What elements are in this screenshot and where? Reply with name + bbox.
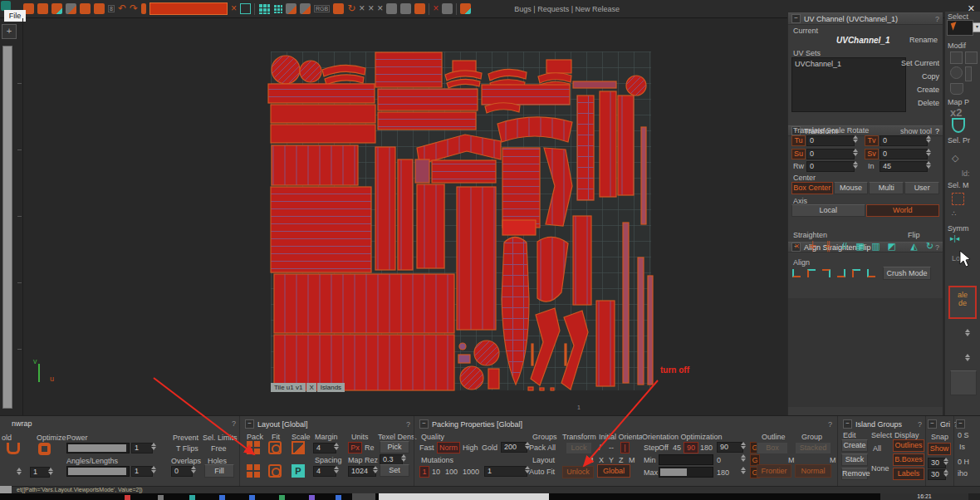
grid-tilt-icon[interactable]: ◩ (884, 239, 899, 252)
angles-slider[interactable] (66, 466, 130, 477)
min-value[interactable]: 0 (717, 456, 721, 464)
stack-group-button[interactable]: Stack (841, 453, 868, 466)
group-m-badge[interactable]: M (830, 456, 836, 464)
stacked-button[interactable]: Stacked (795, 442, 831, 454)
pack2-icon[interactable] (247, 464, 260, 478)
optimize-icon[interactable] (38, 443, 51, 455)
axis-y[interactable]: Y (609, 456, 614, 464)
copy-button[interactable]: Copy (899, 72, 939, 81)
rw-field[interactable]: 0 (806, 161, 855, 172)
sv-field[interactable]: 0 (880, 149, 928, 159)
delete-button[interactable]: Delete (899, 99, 939, 107)
mutation-1000[interactable]: 1000 (463, 468, 479, 476)
taskbar-app-icon[interactable] (279, 495, 285, 500)
pack-icon[interactable] (247, 441, 260, 454)
collapse-icon[interactable]: − (791, 14, 801, 23)
select-all-button[interactable]: All (873, 444, 881, 453)
spinner[interactable] (853, 135, 860, 143)
spinner[interactable] (741, 442, 747, 449)
spacing-value[interactable]: 4 (313, 466, 336, 477)
orient-slash[interactable]: / (599, 444, 601, 452)
straighten-v-icon[interactable]: ╫ (821, 239, 835, 252)
max-slider[interactable] (659, 467, 713, 478)
mutation-1[interactable]: 1 (419, 466, 429, 478)
blank-button[interactable] (950, 370, 977, 395)
straighten-x-icon[interactable]: × (790, 239, 804, 252)
taskbar-app-icon[interactable] (189, 495, 195, 500)
create-button[interactable]: Create (899, 86, 939, 94)
select-tool-box[interactable] (947, 20, 973, 36)
lock-button[interactable]: Lock (566, 442, 592, 454)
outline-box-button[interactable]: Box (757, 442, 788, 454)
re-units-button[interactable]: Re (365, 444, 375, 452)
align-center-h-icon[interactable] (805, 267, 817, 279)
taskbar-active-app[interactable] (352, 493, 375, 500)
dots-icon[interactable] (965, 51, 978, 64)
layout-button[interactable]: Layout (532, 456, 555, 464)
box-center-button[interactable]: Box Center (791, 182, 833, 194)
grid-align2-icon[interactable]: ▥ (869, 239, 883, 252)
align-right-icon[interactable] (820, 267, 832, 279)
step-value[interactable]: 90 (717, 442, 743, 453)
collapse-icon[interactable]: − (956, 419, 965, 429)
pack-all-button[interactable]: Pack All (529, 444, 556, 452)
spinner[interactable] (943, 469, 950, 477)
bboxes-toggle[interactable]: B.Boxes (893, 453, 924, 466)
free-label[interactable]: Free (211, 444, 227, 453)
tile-x-tab[interactable]: X (306, 383, 316, 392)
uv-channel-header[interactable]: − UV Channel (UVChannel_1) ? (788, 12, 943, 25)
taskbar-app-icon[interactable] (309, 495, 315, 500)
t-flips-label[interactable]: T Flips (176, 444, 198, 453)
help-icon[interactable]: ? (935, 15, 939, 23)
rename-button[interactable]: Rename (909, 36, 938, 44)
taskbar-app-icon[interactable] (158, 495, 164, 500)
fill-button[interactable]: Fill (204, 464, 234, 478)
collapse-icon[interactable]: − (245, 419, 254, 429)
set-button[interactable]: Set (380, 464, 409, 477)
tile-label[interactable]: Tile u1 v1 (271, 383, 306, 392)
fit-icon[interactable] (268, 441, 282, 454)
scale-icon[interactable] (292, 441, 305, 454)
angles-value[interactable]: 1 (131, 466, 153, 477)
gold-option[interactable]: Gold (482, 444, 497, 452)
page-icon[interactable] (950, 51, 963, 64)
create-group-button[interactable]: Create (841, 439, 868, 452)
auto-fit-button[interactable]: Auto Fit (529, 468, 555, 476)
help-icon[interactable]: ? (918, 420, 922, 429)
frontier-button[interactable]: Frontier (757, 464, 791, 478)
grid-align-icon[interactable]: ▦ (853, 239, 867, 252)
spinner[interactable] (334, 443, 341, 450)
straighten-diag-icon[interactable]: // (837, 239, 851, 252)
list-item[interactable]: UVChannel_1 (792, 58, 905, 70)
straighten-h-icon[interactable]: ╪ (806, 239, 820, 252)
normal-button[interactable]: Normal (795, 464, 831, 478)
quality-value[interactable]: 200 (501, 442, 527, 453)
spinner[interactable] (926, 149, 933, 156)
tv-field[interactable]: 0 (880, 135, 928, 146)
dropdown-icon[interactable]: ▾ (973, 22, 980, 32)
axis-x[interactable]: X (599, 456, 604, 464)
unlock-button[interactable]: Unlock (562, 466, 594, 478)
high-option[interactable]: High (463, 444, 478, 452)
step-180[interactable]: 180 (700, 444, 713, 452)
taskbar-light-window[interactable] (379, 493, 549, 500)
tu-field[interactable]: 0 (806, 135, 855, 146)
u-shape-icon[interactable] (950, 83, 963, 95)
proportional-icon[interactable]: P (292, 464, 305, 478)
max-value[interactable]: 180 (717, 468, 729, 477)
power-slider[interactable] (66, 443, 130, 453)
fast-option[interactable]: Fast (419, 444, 434, 452)
px-units-button[interactable]: Px (348, 442, 362, 453)
fit2-icon[interactable] (268, 464, 282, 478)
mutation-100[interactable]: 100 (445, 468, 458, 476)
pick-button[interactable]: Pick (380, 441, 409, 453)
taskbar-app-icon[interactable] (219, 495, 225, 500)
spinner[interactable] (965, 329, 972, 336)
islands-tab[interactable]: Islands (317, 383, 345, 392)
help-icon[interactable]: ? (406, 420, 410, 429)
help-icon[interactable]: ? (232, 419, 236, 428)
diamond-icon[interactable]: ◇ (952, 153, 958, 164)
collapse-icon[interactable]: − (843, 419, 852, 429)
spinner[interactable] (965, 354, 972, 361)
spinner[interactable] (334, 466, 341, 473)
